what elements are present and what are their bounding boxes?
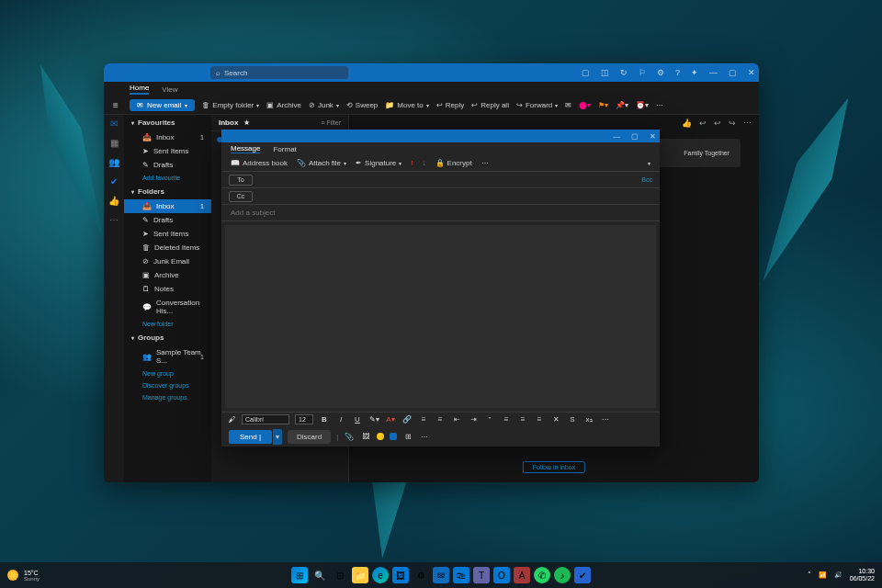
- weather-widget[interactable]: 15°C Sunny: [7, 570, 40, 582]
- tab-home[interactable]: Home: [130, 84, 149, 95]
- attach-icon[interactable]: 📎: [344, 433, 355, 441]
- help-icon[interactable]: ?: [675, 68, 680, 77]
- todo-button[interactable]: ✔: [574, 567, 591, 583]
- maximize-icon[interactable]: ▢: [729, 68, 737, 77]
- explorer-button[interactable]: 📁: [352, 567, 368, 583]
- outdent-icon[interactable]: ⇤: [451, 415, 462, 424]
- new-email-button[interactable]: ✉New email▾: [130, 99, 195, 111]
- new-folder-link[interactable]: New folder: [124, 318, 211, 330]
- rail-calendar-icon[interactable]: ▦: [110, 138, 119, 148]
- cc-input[interactable]: [260, 192, 652, 200]
- teams-button[interactable]: T: [473, 567, 490, 583]
- discover-groups-link[interactable]: Discover groups: [124, 379, 211, 391]
- to-input[interactable]: [260, 175, 641, 184]
- more-icon[interactable]: ⋯: [419, 433, 430, 441]
- folders-header[interactable]: ▾Folders: [124, 184, 211, 199]
- notifications-icon[interactable]: ⚐: [639, 68, 646, 77]
- emoji-icon[interactable]: [377, 433, 384, 440]
- highlight-icon[interactable]: ✎▾: [368, 415, 379, 424]
- follow-in-inbox-button[interactable]: Follow in inbox: [523, 461, 585, 473]
- settings-button[interactable]: ⚙: [413, 567, 429, 583]
- sweep-button[interactable]: ⟲Sweep: [346, 101, 378, 109]
- reply-icon[interactable]: ↩: [699, 119, 707, 128]
- more-icon[interactable]: ⋯: [481, 159, 489, 167]
- volume-icon[interactable]: 🔊: [834, 571, 842, 579]
- sidebar-item-conversation-history[interactable]: 💬Conversation His...: [124, 296, 211, 318]
- bcc-link[interactable]: Bcc: [641, 176, 652, 183]
- teams-icon[interactable]: ◫: [601, 68, 609, 77]
- tab-message[interactable]: Message: [231, 144, 260, 153]
- tag-icon[interactable]: ⬤▾: [579, 101, 591, 109]
- empty-folder-button[interactable]: 🗑Empty folder▾: [202, 101, 259, 109]
- filter-button[interactable]: ≡ Filter: [321, 119, 341, 126]
- settings-icon[interactable]: ⚙: [657, 68, 664, 77]
- reply-all-button[interactable]: ↩Reply all: [471, 101, 509, 109]
- forward-icon[interactable]: ↪: [729, 119, 736, 128]
- sidebar-item-drafts[interactable]: ✎Drafts: [124, 158, 211, 172]
- sidebar-item-inbox[interactable]: 📥Inbox1: [124, 199, 211, 213]
- spotify-button[interactable]: ♪: [554, 567, 571, 583]
- font-color-icon[interactable]: A▾: [385, 415, 396, 424]
- manage-groups-link[interactable]: Manage groups: [124, 391, 211, 403]
- send-split-button[interactable]: ▾: [273, 429, 282, 445]
- junk-button[interactable]: ⊘Junk▾: [309, 101, 339, 109]
- priority-low-icon[interactable]: ↓: [423, 159, 426, 167]
- close-icon[interactable]: ✕: [748, 68, 755, 77]
- format-painter-icon[interactable]: 🖌: [229, 415, 236, 424]
- sidebar-item-inbox[interactable]: 📥Inbox1: [124, 130, 211, 144]
- groups-header[interactable]: ▾Groups: [124, 330, 211, 345]
- whatsapp-button[interactable]: ✆: [534, 567, 550, 583]
- reply-all-icon[interactable]: ↩: [714, 119, 721, 128]
- tab-format[interactable]: Format: [273, 145, 296, 153]
- priority-high-icon[interactable]: !: [411, 159, 413, 167]
- sync-icon[interactable]: ↻: [620, 68, 628, 77]
- link-icon[interactable]: 🔗: [401, 415, 413, 424]
- move-to-button[interactable]: 📁Move to▾: [385, 101, 428, 109]
- read-icon[interactable]: ✉: [565, 101, 571, 109]
- favourites-header[interactable]: ▾Favourites: [124, 115, 211, 130]
- signature-button[interactable]: ✒Signature▾: [356, 159, 401, 167]
- archive-button[interactable]: ▣Archive: [266, 101, 301, 109]
- chevron-down-icon[interactable]: ▾: [648, 160, 650, 166]
- clock[interactable]: 10:30 06/05/22: [850, 568, 875, 582]
- strikethrough-icon[interactable]: S: [567, 415, 578, 424]
- cc-button[interactable]: Cc: [229, 191, 253, 202]
- tray-chevron-icon[interactable]: ˄: [808, 571, 811, 579]
- font-name-input[interactable]: [242, 414, 289, 424]
- flag-icon[interactable]: ⚑▾: [598, 101, 608, 109]
- star-icon[interactable]: ★: [243, 119, 250, 127]
- quote-icon[interactable]: ": [484, 415, 495, 424]
- sidebar-item-drafts[interactable]: ✎Drafts: [124, 213, 211, 227]
- pin-icon[interactable]: 📌▾: [616, 101, 628, 109]
- attach-file-button[interactable]: 📎Attach file▾: [297, 159, 346, 167]
- store-button[interactable]: 🛍: [453, 567, 469, 583]
- align-center-icon[interactable]: ≡: [517, 415, 528, 424]
- new-group-link[interactable]: New group: [124, 368, 211, 379]
- encrypt-button[interactable]: 🔒Encrypt: [435, 159, 472, 167]
- clear-format-icon[interactable]: ✕: [550, 415, 561, 424]
- underline-icon[interactable]: U: [352, 415, 363, 424]
- sidebar-item-sent[interactable]: ➤Sent Items: [124, 227, 211, 241]
- edge-button[interactable]: e: [372, 567, 389, 583]
- add-favourite-link[interactable]: Add favourite: [124, 172, 211, 184]
- outlook-button[interactable]: O: [493, 567, 510, 583]
- bold-icon[interactable]: B: [319, 415, 330, 424]
- send-button[interactable]: Send |: [229, 430, 272, 444]
- sidebar-item-sent[interactable]: ➤Sent Items: [124, 144, 211, 158]
- access-button[interactable]: A: [514, 567, 530, 583]
- indent-icon[interactable]: ⇥: [468, 415, 479, 424]
- tab-view[interactable]: View: [162, 85, 177, 94]
- start-button[interactable]: ⊞: [291, 567, 308, 583]
- align-left-icon[interactable]: ≡: [501, 415, 512, 424]
- wifi-icon[interactable]: 📶: [819, 571, 827, 579]
- address-book-button[interactable]: 📖Address book: [231, 159, 288, 167]
- rail-files-icon[interactable]: 👍: [108, 196, 119, 206]
- mail-button[interactable]: ✉: [433, 567, 449, 583]
- rail-check-icon[interactable]: ✔: [110, 176, 118, 187]
- font-size-input[interactable]: [295, 414, 313, 424]
- subscript-icon[interactable]: x₂: [583, 415, 594, 424]
- forward-button[interactable]: ↪Forward▾: [516, 101, 558, 109]
- italic-icon[interactable]: I: [335, 415, 346, 424]
- bullets-icon[interactable]: ≡: [418, 415, 429, 424]
- sidebar-item-junk[interactable]: ⊘Junk Email: [124, 254, 211, 268]
